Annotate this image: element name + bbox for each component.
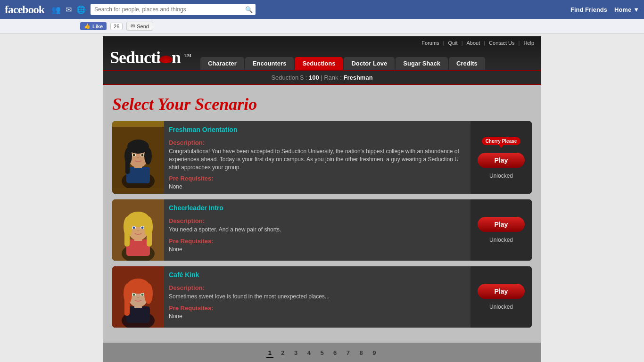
logo-area: Seductin TM <box>110 48 191 70</box>
about-link[interactable]: About <box>466 40 480 46</box>
svg-rect-8 <box>125 155 130 174</box>
send-label: Send <box>137 24 149 29</box>
desc-text-2: You need a spotter. And a new pair of sh… <box>169 226 466 234</box>
svg-point-12 <box>141 154 144 156</box>
scenario-image-3 <box>112 266 164 328</box>
prereq-text-2: None <box>169 246 466 253</box>
seduction-label: Seduction $ : <box>271 74 307 81</box>
page-2[interactable]: 2 <box>279 348 286 357</box>
svg-point-11 <box>133 154 135 156</box>
messages-icon[interactable]: ✉ <box>66 5 72 14</box>
sep2: | <box>462 40 463 46</box>
game-header: Forums | Quit | About | Contact Us | Hel… <box>103 36 541 71</box>
cherry-badge-1: Cherry Please <box>482 137 521 145</box>
scenario-title-1: Freshman Orientation <box>164 121 471 135</box>
svg-rect-2 <box>126 167 150 183</box>
prereq-text-1: None <box>169 183 466 190</box>
trademark: TM <box>184 53 191 58</box>
facebook-logo: facebook <box>5 3 44 16</box>
scenario-card-1: Freshman Orientation Description: Congra… <box>112 121 532 194</box>
help-link[interactable]: Help <box>523 40 534 46</box>
prereq-label-1: Pre Requisites: <box>169 175 466 182</box>
scenario-info-1: Description: Congratulations! You have b… <box>164 135 471 194</box>
scenario-image-1 <box>112 121 164 194</box>
tab-sugar-shack[interactable]: Sugar Shack <box>396 57 448 70</box>
status-2: Unlocked <box>489 237 513 243</box>
scenario-title-3: Café Kink <box>164 266 471 280</box>
home-dropdown[interactable]: Home ▼ <box>614 6 639 13</box>
contact-link[interactable]: Contact Us <box>489 40 514 46</box>
rank-value: Freshman <box>343 74 372 81</box>
status-3: Unlocked <box>489 304 513 310</box>
facebook-right-nav: Find Friends Home ▼ <box>570 6 639 13</box>
tab-seductions[interactable]: Seductions <box>295 57 343 70</box>
game-logo: Seductin TM <box>110 48 191 67</box>
thumbs-up-icon: 👍 <box>84 23 91 29</box>
sep1: | <box>443 40 445 46</box>
page-9[interactable]: 9 <box>371 348 378 357</box>
facebook-topbar: facebook 👥 ✉ 🌐 🔍 Find Friends Home ▼ <box>0 0 644 19</box>
like-label: Like <box>92 24 103 29</box>
play-button-3[interactable]: Play <box>478 284 525 299</box>
prereq-text-3: None <box>169 313 466 320</box>
app-container: Forums | Quit | About | Contact Us | Hel… <box>103 36 541 362</box>
page-6[interactable]: 6 <box>331 348 339 357</box>
scenario-info-2: Description: You need a spotter. And a n… <box>164 214 471 261</box>
tab-doctor-love[interactable]: Doctor Love <box>344 57 395 70</box>
tab-character[interactable]: Character <box>200 57 244 70</box>
seduction-value: 100 <box>309 74 321 81</box>
search-input[interactable] <box>91 4 256 15</box>
header-top: Forums | Quit | About | Contact Us | Hel… <box>110 40 534 46</box>
tab-encounters[interactable]: Encounters <box>245 57 294 70</box>
quit-link[interactable]: Quit <box>448 40 457 46</box>
portrait-svg-1 <box>112 127 164 188</box>
page-8[interactable]: 8 <box>357 348 364 357</box>
page-5[interactable]: 5 <box>318 348 325 357</box>
send-icon: ✉ <box>131 23 135 29</box>
desc-text-3: Sometimes sweet love is found in the mos… <box>169 293 466 301</box>
find-friends-link[interactable]: Find Friends <box>570 6 607 13</box>
sep3: | <box>484 40 485 46</box>
scenario-card-2: Cheerleader Intro Description: You need … <box>112 199 532 261</box>
status-1: Unlocked <box>489 173 513 179</box>
play-button-2[interactable]: Play <box>478 217 525 232</box>
svg-rect-22 <box>147 223 152 247</box>
svg-point-39 <box>141 294 144 296</box>
tab-credits[interactable]: Credits <box>449 57 485 70</box>
svg-rect-35 <box>124 290 130 316</box>
search-icon[interactable]: 🔍 <box>245 6 253 13</box>
content-area: Select Your Scenario <box>103 85 541 343</box>
notifications-icon[interactable]: 🌐 <box>76 5 86 14</box>
desc-text-1: Congratulations! You have been accepted … <box>169 148 466 171</box>
header-links: Forums | Quit | About | Contact Us | Hel… <box>421 40 534 46</box>
page-4[interactable]: 4 <box>305 348 313 357</box>
lip-icon <box>159 56 173 63</box>
chevron-down-icon: ▼ <box>633 6 639 13</box>
scenario-info-3: Description: Sometimes sweet love is fou… <box>164 280 471 328</box>
scenario-action-1: Cherry Please Play Unlocked <box>471 121 532 194</box>
scenario-action-3: Play Unlocked <box>471 266 532 328</box>
svg-point-34 <box>144 283 153 304</box>
portrait-svg-2 <box>112 199 164 261</box>
svg-point-26 <box>141 227 144 229</box>
page-1[interactable]: 1 <box>266 348 273 358</box>
home-label: Home <box>614 6 631 13</box>
forums-link[interactable]: Forums <box>421 40 439 46</box>
desc-label-1: Description: <box>169 139 466 146</box>
scenario-image-2 <box>112 199 164 261</box>
page-7[interactable]: 7 <box>345 348 352 357</box>
desc-label-3: Description: <box>169 284 466 291</box>
svg-rect-29 <box>126 306 150 323</box>
friends-icon[interactable]: 👥 <box>51 5 61 14</box>
play-button-1[interactable]: Play <box>478 153 525 168</box>
scenario-action-2: Play Unlocked <box>471 199 532 261</box>
prereq-label-2: Pre Requisites: <box>169 238 466 245</box>
facebook-icon-nav: 👥 ✉ 🌐 <box>51 5 86 14</box>
svg-rect-21 <box>124 223 130 247</box>
portrait-svg-3 <box>112 266 164 328</box>
scenario-card-3: Café Kink Description: Sometimes sweet l… <box>112 266 532 328</box>
prereq-label-3: Pre Requisites: <box>169 304 466 312</box>
send-button[interactable]: ✉ Send <box>126 22 153 31</box>
page-3[interactable]: 3 <box>292 348 299 357</box>
like-button[interactable]: 👍 Like <box>80 22 107 30</box>
